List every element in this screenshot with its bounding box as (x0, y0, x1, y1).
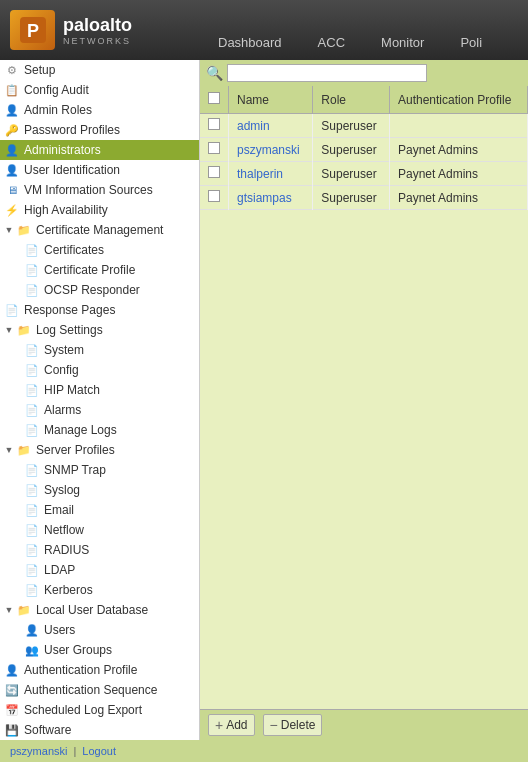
sidebar-item-label: RADIUS (44, 543, 89, 557)
tab-monitor[interactable]: Monitor (363, 24, 442, 60)
expand-arrow: ▼ (4, 605, 14, 615)
sidebar-item-label: Certificates (44, 243, 104, 257)
doc-icon: 📄 (24, 282, 40, 298)
sidebar-item-snmp-trap[interactable]: 📄 SNMP Trap (0, 460, 199, 480)
sidebar-item-email[interactable]: 📄 Email (0, 500, 199, 520)
sidebar-item-config[interactable]: 📄 Config (0, 360, 199, 380)
sidebar-item-label: HIP Match (44, 383, 100, 397)
sidebar-item-certificate-management[interactable]: ▼ 📁 Certificate Management (0, 220, 199, 240)
row-checkbox[interactable] (208, 142, 220, 154)
sidebar-item-label: Users (44, 623, 75, 637)
doc-icon: 📄 (24, 362, 40, 378)
sidebar-item-syslog[interactable]: 📄 Syslog (0, 480, 199, 500)
sidebar-item-setup[interactable]: ⚙ Setup (0, 60, 199, 80)
doc-icon: 📄 (24, 402, 40, 418)
sidebar-item-label: LDAP (44, 563, 75, 577)
calendar-icon: 📅 (4, 702, 20, 718)
delete-label: Delete (281, 718, 316, 732)
ha-icon: ⚡ (4, 202, 20, 218)
add-icon: + (215, 717, 223, 733)
key-icon: 🔑 (4, 122, 20, 138)
bottom-toolbar: + Add − Delete (200, 709, 528, 740)
row-checkbox[interactable] (208, 190, 220, 202)
sidebar-item-administrators[interactable]: 👤 Administrators (0, 140, 199, 160)
sidebar-item-label: Admin Roles (24, 103, 92, 117)
row-name[interactable]: admin (229, 114, 313, 138)
sidebar-item-user-groups[interactable]: 👥 User Groups (0, 640, 199, 660)
logo-area: P paloalto NETWORKS (0, 10, 200, 50)
sidebar-item-label: Setup (24, 63, 55, 77)
sidebar-item-authentication-profile[interactable]: 👤 Authentication Profile (0, 660, 199, 680)
sidebar-item-config-audit[interactable]: 📋 Config Audit (0, 80, 199, 100)
sidebar-item-scheduled-log-export[interactable]: 📅 Scheduled Log Export (0, 700, 199, 720)
sidebar-item-kerberos[interactable]: 📄 Kerberos (0, 580, 199, 600)
content-area: 🔍 Name Role Authentication Profile (200, 60, 528, 740)
doc-icon: 📄 (24, 502, 40, 518)
sidebar-scroll: ⚙ Setup 📋 Config Audit 👤 Admin Roles 🔑 P… (0, 60, 199, 740)
folder-icon: 📁 (16, 442, 32, 458)
sidebar-item-authentication-sequence[interactable]: 🔄 Authentication Sequence (0, 680, 199, 700)
table-container: Name Role Authentication Profile admin S… (200, 86, 528, 709)
sidebar-item-users[interactable]: 👤 Users (0, 620, 199, 640)
vm-icon: 🖥 (4, 182, 20, 198)
sidebar-item-label: VM Information Sources (24, 183, 153, 197)
row-checkbox[interactable] (208, 118, 220, 130)
add-label: Add (226, 718, 247, 732)
sidebar-item-certificates[interactable]: 📄 Certificates (0, 240, 199, 260)
sidebar-item-label: Alarms (44, 403, 81, 417)
tab-poli[interactable]: Poli (442, 24, 500, 60)
folder-icon: 📁 (16, 322, 32, 338)
sidebar-item-label: Scheduled Log Export (24, 703, 142, 717)
user-icon: 👤 (4, 142, 20, 158)
user-icon: 👤 (24, 622, 40, 638)
doc-icon: 📄 (24, 342, 40, 358)
user-icon: 👤 (4, 102, 20, 118)
sidebar-item-high-availability[interactable]: ⚡ High Availability (0, 200, 199, 220)
doc-icon: 📋 (4, 82, 20, 98)
row-name[interactable]: gtsiampas (229, 186, 313, 210)
sidebar-item-vm-information-sources[interactable]: 🖥 VM Information Sources (0, 180, 199, 200)
logout-link[interactable]: Logout (82, 745, 116, 757)
delete-button[interactable]: − Delete (263, 714, 323, 736)
sidebar-item-certificate-profile[interactable]: 📄 Certificate Profile (0, 260, 199, 280)
row-name[interactable]: pszymanski (229, 138, 313, 162)
sidebar-item-admin-roles[interactable]: 👤 Admin Roles (0, 100, 199, 120)
content-search-input[interactable] (227, 64, 427, 82)
row-auth-profile: Paynet Admins (389, 162, 527, 186)
sidebar-item-system[interactable]: 📄 System (0, 340, 199, 360)
sidebar-item-hip-match[interactable]: 📄 HIP Match (0, 380, 199, 400)
logo-text: paloalto NETWORKS (63, 15, 132, 46)
table-header-role: Role (313, 86, 390, 114)
select-all-checkbox[interactable] (208, 92, 220, 104)
sidebar-item-user-identification[interactable]: 👤 User Identification (0, 160, 199, 180)
sidebar-item-log-settings[interactable]: ▼ 📁 Log Settings (0, 320, 199, 340)
tab-dashboard[interactable]: Dashboard (200, 24, 300, 60)
sidebar-item-manage-logs[interactable]: 📄 Manage Logs (0, 420, 199, 440)
sidebar-item-label: Authentication Sequence (24, 683, 157, 697)
status-bar: pszymanski | Logout (0, 740, 528, 762)
tab-acc[interactable]: ACC (300, 24, 363, 60)
row-checkbox[interactable] (208, 166, 220, 178)
sidebar-item-label: User Groups (44, 643, 112, 657)
sidebar-item-software[interactable]: 💾 Software (0, 720, 199, 740)
sidebar-item-ldap[interactable]: 📄 LDAP (0, 560, 199, 580)
row-name[interactable]: thalperin (229, 162, 313, 186)
table-row: admin Superuser (200, 114, 528, 138)
sidebar-item-label: Config Audit (24, 83, 89, 97)
sidebar-item-server-profiles[interactable]: ▼ 📁 Server Profiles (0, 440, 199, 460)
doc-icon: 📄 (24, 462, 40, 478)
top-bar: P paloalto NETWORKS Dashboard ACC Monito… (0, 0, 528, 60)
sidebar-item-label: Certificate Profile (44, 263, 135, 277)
sidebar-item-local-user-database[interactable]: ▼ 📁 Local User Database (0, 600, 199, 620)
sidebar-item-ocsp-responder[interactable]: 📄 OCSP Responder (0, 280, 199, 300)
sidebar-item-netflow[interactable]: 📄 Netflow (0, 520, 199, 540)
sidebar-item-password-profiles[interactable]: 🔑 Password Profiles (0, 120, 199, 140)
sidebar-item-response-pages[interactable]: 📄 Response Pages (0, 300, 199, 320)
expand-arrow: ▼ (4, 325, 14, 335)
admin-table: Name Role Authentication Profile admin S… (200, 86, 528, 210)
sidebar-item-label: Manage Logs (44, 423, 117, 437)
sidebar-item-alarms[interactable]: 📄 Alarms (0, 400, 199, 420)
sidebar-item-radius[interactable]: 📄 RADIUS (0, 540, 199, 560)
current-user[interactable]: pszymanski (10, 745, 67, 757)
add-button[interactable]: + Add (208, 714, 255, 736)
